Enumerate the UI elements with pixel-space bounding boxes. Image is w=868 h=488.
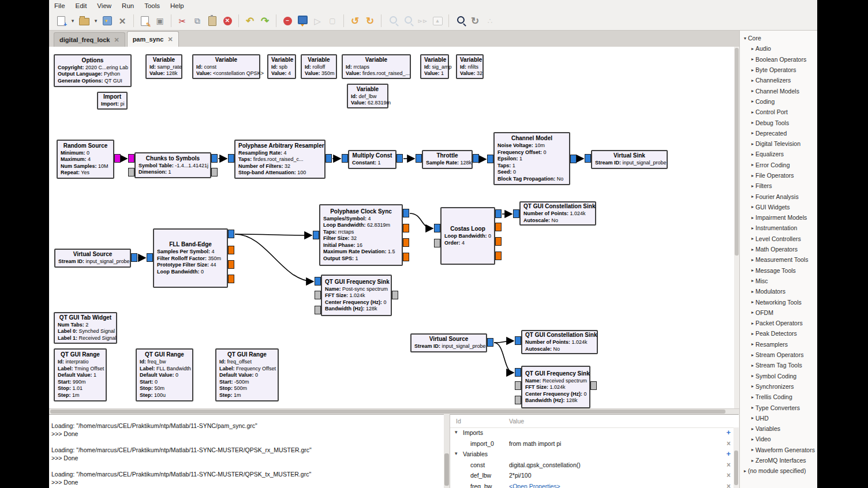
polyphase-clock-sync-block-in-port[interactable] — [313, 231, 319, 239]
expand-triangle-icon[interactable]: ▸ — [750, 384, 755, 389]
menu-help[interactable]: Help — [165, 1, 189, 10]
qt-gui-constellation-sink-bottom-block-in-port[interactable] — [515, 336, 521, 345]
fll-band-edge-block-out-port[interactable] — [228, 275, 234, 283]
flowgraph-canvas[interactable]: OptionsCopyright: 2020 C...ering LabOutp… — [49, 47, 739, 408]
sidebar-category-equalizers[interactable]: ▸Equalizers — [740, 149, 817, 159]
sidebar-category-stream-operators[interactable]: ▸Stream Operators — [740, 350, 817, 360]
sidebar-category-file-operators[interactable]: ▸File Operators — [740, 170, 817, 181]
expand-triangle-icon[interactable]: ▸ — [750, 194, 755, 199]
select-connect-button[interactable]: ∴ — [483, 13, 497, 28]
channel-model-block[interactable]: Channel ModelNoise Voltage: 10mFrequency… — [493, 132, 570, 185]
expand-triangle-icon[interactable]: ▸ — [750, 162, 755, 167]
fll-band-edge-block[interactable]: FLL Band-EdgeSamples Per Symbol: 4Filter… — [153, 228, 228, 288]
costas-loop-block-out-port[interactable] — [495, 209, 502, 218]
tab-close-icon[interactable]: ✕ — [167, 36, 173, 43]
sidebar-category-trellis-coding[interactable]: ▸Trellis Coding — [740, 392, 817, 402]
remove-variable-button[interactable]: × — [727, 471, 731, 479]
sidebar-category-misc[interactable]: ▸Misc — [740, 276, 817, 286]
polyphase-clock-sync-block[interactable]: Polyphase Clock SyncSamples/Symbol: 4Loo… — [319, 204, 403, 266]
polyphase-clock-sync-block-out-port[interactable] — [403, 209, 409, 217]
qt-gui-range-freq-bw-block[interactable]: QT GUI RangeId: freq_bwLabel: FLL Bandwi… — [136, 348, 193, 401]
redo-button[interactable]: ↷ — [258, 13, 272, 28]
undo-button[interactable]: ↶ — [243, 13, 257, 28]
qt-gui-frequency-sink-mid-block-in-port[interactable] — [315, 277, 321, 286]
expand-triangle-icon[interactable]: ▸ — [750, 88, 755, 93]
kill-button[interactable]: ▢ — [326, 13, 339, 28]
polyphase-arbitrary-resampler-block-out-port[interactable] — [326, 154, 332, 163]
qt-gui-frequency-sink-bottom-block[interactable]: QT GUI Frequency SinkName: Received spec… — [521, 366, 590, 408]
expand-triangle-icon[interactable]: ▸ — [750, 352, 755, 358]
variable-row-freq_bw[interactable]: freq_bw<Open Properties>× — [450, 482, 739, 488]
polyphase-arbitrary-resampler-block-in-port[interactable] — [228, 154, 234, 163]
fll-band-edge-block-out-port[interactable] — [228, 230, 234, 238]
costas-loop-block-out-port[interactable] — [495, 251, 502, 260]
variable-def-lbw[interactable]: VariableId: def_lbwValue: 62.8319m — [347, 84, 388, 108]
collapse-triangle-icon[interactable]: ▾ — [742, 36, 748, 41]
random-source-block[interactable]: Random SourceMinimum: 0Maximum: 4Num Sam… — [57, 140, 114, 179]
menu-view[interactable]: View — [92, 1, 117, 10]
canvas-vscrollbar-thumb[interactable] — [735, 48, 739, 256]
add-variables-button[interactable]: + — [726, 450, 731, 458]
canvas-hscrollbar[interactable] — [49, 408, 739, 414]
virtual-source-mid-block[interactable]: Virtual SourceStream ID: input_signal_pr… — [54, 249, 131, 268]
sidebar-category-impairment-models[interactable]: ▸Impairment Models — [740, 212, 817, 223]
cut-button[interactable]: ✂ — [175, 13, 189, 28]
sidebar-category-modulators[interactable]: ▸Modulators — [740, 286, 817, 296]
sidebar-category-symbol-coding[interactable]: ▸Symbol Coding — [740, 371, 817, 381]
sidebar-category-video[interactable]: ▸Video — [740, 434, 817, 444]
fll-band-edge-block-out-port[interactable] — [228, 246, 234, 254]
collapse-triangle-icon[interactable]: ▾ — [455, 429, 458, 435]
qt-gui-constellation-sink-bottom-block[interactable]: QT GUI Constellation SinkNumber of Point… — [521, 330, 598, 354]
polyphase-arbitrary-resampler-block[interactable]: Polyphase Arbitrary ResamplerResampling … — [234, 140, 326, 179]
fll-band-edge-block-out-port[interactable] — [228, 260, 234, 269]
expand-triangle-icon[interactable]: ▸ — [750, 458, 755, 463]
chunks-to-symbols-block-in-port[interactable] — [128, 154, 134, 163]
sidebar-category-debug-tools[interactable]: ▸Debug Tools — [740, 117, 817, 127]
console-scrollbar-thumb[interactable] — [444, 453, 449, 486]
sidebar-category-boolean-operators[interactable]: ▸Boolean Operators — [740, 54, 817, 65]
console-scrollbar[interactable] — [444, 414, 450, 488]
canvas-hscrollbar-thumb[interactable] — [50, 410, 725, 414]
chunks-to-symbols-block-in-port[interactable] — [128, 168, 134, 177]
expand-triangle-icon[interactable]: ▸ — [750, 331, 755, 336]
collapse-triangle-icon[interactable]: ▾ — [455, 451, 458, 456]
channel-model-block-in-port[interactable] — [487, 155, 493, 163]
virtual-source-mid-block-out-port[interactable] — [131, 253, 137, 262]
expand-triangle-icon[interactable]: ▸ — [750, 299, 755, 305]
canvas-vscrollbar[interactable] — [734, 47, 739, 408]
expand-triangle-icon[interactable]: ▸ — [750, 268, 755, 273]
expand-triangle-icon[interactable]: ▸ — [750, 289, 755, 294]
flowgraph-properties-button[interactable]: ✎ — [138, 13, 152, 28]
sidebar-category-uhd[interactable]: ▸UHD — [740, 413, 817, 423]
expand-triangle-icon[interactable]: ▸ — [750, 373, 755, 378]
sidebar-category-message-tools[interactable]: ▸Message Tools — [740, 265, 817, 276]
chunks-to-symbols-block-out-port[interactable] — [211, 168, 218, 177]
sidebar-category-gui-widgets[interactable]: ▸GUI Widgets — [740, 202, 817, 212]
expand-triangle-icon[interactable]: ▸ — [750, 99, 755, 104]
virtual-source-bottom-block[interactable]: Virtual SourceStream ID: input_signal_pr… — [410, 333, 487, 352]
expand-triangle-icon[interactable]: ▸ — [750, 247, 755, 252]
sidebar-category-digital-television[interactable]: ▸Digital Television — [740, 138, 817, 149]
sidebar-category-synchronizers[interactable]: ▸Synchronizers — [740, 381, 817, 392]
new-flowgraph-dropdown[interactable]: ▾ — [69, 13, 76, 28]
qt-gui-range-freq-offset-block[interactable]: QT GUI RangeId: freq_offsetLabel: Freque… — [215, 348, 279, 401]
variable-sig-amp[interactable]: VariableId: sig_ampValue: 1 — [420, 54, 449, 79]
sidebar-category-networking-tools[interactable]: ▸Networking Tools — [740, 296, 817, 307]
sidebar-category-instrumentation[interactable]: ▸Instrumentation — [740, 223, 817, 233]
expand-triangle-icon[interactable]: ▸ — [750, 215, 755, 220]
open-properties-link[interactable]: <Open Properties> — [509, 483, 560, 488]
qt-gui-constellation-sink-top-block[interactable]: QT GUI Constellation SinkNumber of Point… — [519, 201, 596, 226]
variable-nfilts[interactable]: VariableId: nfiltsValue: 32 — [456, 54, 484, 79]
qt-gui-frequency-sink-mid-block-in-port[interactable] — [315, 306, 321, 314]
sidebar-category-ofdm[interactable]: ▸OFDM — [740, 307, 817, 318]
expand-triangle-icon[interactable]: ▸ — [750, 67, 755, 73]
chunks-to-symbols-block[interactable]: Chunks to SymbolsSymbol Table: -1.4...1.… — [134, 152, 211, 178]
expand-triangle-icon[interactable]: ▸ — [750, 236, 755, 241]
variables-scrollbar-thumb[interactable] — [734, 451, 738, 485]
group-row-variables[interactable]: ▾Variables+ — [450, 449, 739, 460]
menu-edit[interactable]: Edit — [70, 1, 92, 10]
variable-const[interactable]: VariableId: constValue: <constellation Q… — [192, 54, 260, 79]
qt-gui-tab-widget-block[interactable]: QT GUI Tab WidgetNum Tabs: 2Label 0: Syn… — [54, 312, 117, 344]
costas-loop-block-in-port[interactable] — [434, 224, 440, 232]
sidebar-category-stream-tag-tools[interactable]: ▸Stream Tag Tools — [740, 360, 817, 370]
